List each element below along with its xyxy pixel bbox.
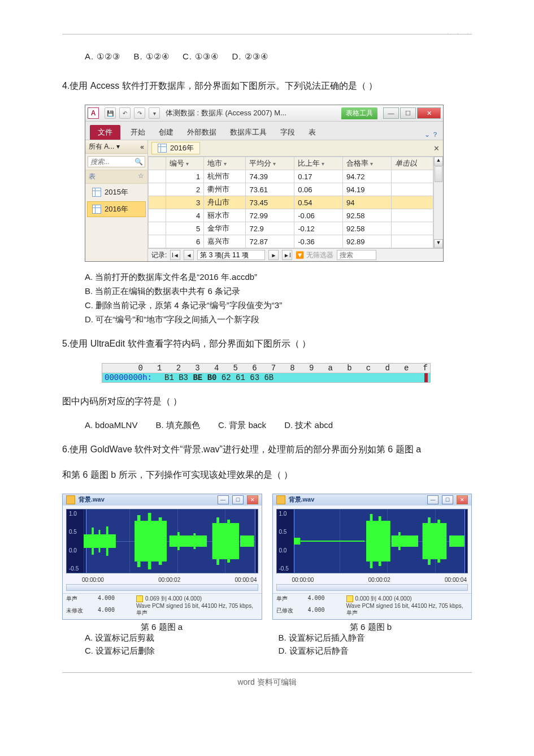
svg-rect-12 — [216, 517, 219, 565]
window-title: 体测数据 : 数据库 (Access 2007) M... — [160, 108, 341, 118]
nav-collapse-icon[interactable]: « — [140, 143, 144, 151]
redo-icon[interactable]: ↷ — [134, 107, 145, 119]
minimize-button[interactable]: — — [218, 495, 229, 504]
col-id[interactable]: 编号▾ — [166, 157, 204, 170]
q5-opt-a: A. bdoaMLNV — [85, 420, 137, 430]
q4-text: 4.使用 Access 软件打开数据库，部分界面如下图所示。下列说法正确的是（ … — [62, 77, 472, 94]
gw-scroll-thumb[interactable] — [67, 585, 258, 590]
object-tab-bar: 2016年 ✕ — [148, 140, 443, 157]
nav-item-2016[interactable]: 2016年 — [87, 201, 146, 217]
svg-rect-22 — [422, 523, 446, 559]
recnav-search-input[interactable] — [337, 250, 376, 260]
search-icon[interactable]: 🔍 — [132, 158, 145, 166]
vertical-scrollbar[interactable]: ▲ ▼ — [433, 157, 443, 248]
svg-rect-20 — [391, 535, 418, 547]
goldwave-app-icon — [276, 495, 285, 504]
filter-indicator[interactable]: 🔽 无筛选器 — [296, 250, 333, 260]
minimize-button[interactable]: — — [383, 107, 399, 119]
scroll-down-icon[interactable]: ▼ — [434, 239, 443, 248]
qat-dropdown-icon[interactable]: ▾ — [149, 107, 160, 119]
format-text: Wave PCM signed 16 bit, 44100 Hz, 705 kb… — [346, 603, 463, 616]
col-delta[interactable]: 比上年▾ — [294, 157, 343, 170]
tab-home[interactable]: 开始 — [127, 125, 149, 140]
tab-create[interactable]: 创建 — [155, 125, 177, 140]
opt-a: A. ①②③ — [85, 51, 120, 62]
row-selector-header[interactable] — [149, 157, 166, 170]
next-record-button[interactable]: ► — [268, 250, 279, 260]
ribbon-collapse-icon[interactable]: ⌄ ？ — [424, 130, 439, 140]
col-city[interactable]: 地市▾ — [204, 157, 246, 170]
close-button[interactable]: ✕ — [417, 107, 441, 119]
ultraedit-screenshot: 0 1 2 3 4 5 6 7 8 9 a b c d e f 00000000… — [102, 363, 431, 383]
modified-value: 4.000 — [308, 607, 342, 617]
object-tab[interactable]: 2016年 — [151, 142, 200, 154]
ribbon-tabs: 文件 开始 创建 外部数据 数据库工具 字段 表 ⌄ ？ — [85, 122, 443, 140]
sel-range: 0.000 到 4.000 (4.000) — [355, 595, 412, 602]
save-icon[interactable]: 💾 — [105, 107, 116, 119]
q5-opt-d: D. 技术 abcd — [284, 420, 333, 431]
nav-pane-header[interactable]: 所有 A... ▾ « — [85, 140, 147, 154]
close-button[interactable]: ✕ — [457, 495, 468, 504]
q5-opt-b: B. 填充颜色 — [156, 420, 200, 431]
waveform-area[interactable]: 1.00.50.0-0.5 — [66, 509, 258, 573]
nav-search[interactable]: 🔍 — [88, 156, 145, 167]
close-button[interactable]: ✕ — [247, 495, 258, 504]
q4-opt-d: D. 可在“编号”和“地市”字段之间插入一个新字段 — [85, 314, 472, 325]
footer-rule — [62, 672, 472, 673]
nav-group-chevron: ☆ — [138, 172, 144, 182]
ruler-gutter — [105, 364, 138, 373]
last-record-button[interactable]: ►I — [282, 250, 292, 260]
nav-search-input[interactable] — [88, 157, 132, 167]
access-body: 所有 A... ▾ « 🔍 表 ☆ 2015年 — [85, 140, 443, 261]
dot-decor: . . . — [447, 29, 472, 35]
nav-group-tables[interactable]: 表 ☆ — [85, 170, 147, 184]
gw-scrollbar[interactable] — [66, 584, 258, 591]
object-tab-close-icon[interactable]: ✕ — [433, 144, 440, 153]
minimize-button[interactable]: — — [427, 495, 439, 504]
mono-label: 单声 — [66, 595, 93, 605]
svg-rect-3 — [106, 526, 108, 556]
nav-item-2015[interactable]: 2015年 — [87, 184, 146, 200]
table-row-selected: 3舟山市73.450.5494 — [149, 196, 433, 209]
format-icon — [346, 595, 353, 602]
nav-item-label: 2015年 — [105, 187, 128, 197]
tab-external[interactable]: 外部数据 — [184, 125, 220, 140]
hex-seg-b: BE B0 — [193, 373, 216, 382]
svg-rect-8 — [170, 535, 207, 547]
prev-record-button[interactable]: ◄ — [184, 250, 194, 260]
tab-fields[interactable]: 字段 — [277, 125, 298, 140]
tab-dbtools[interactable]: 数据库工具 — [227, 125, 270, 140]
record-position-input[interactable] — [197, 250, 265, 260]
time-axis: 00:00:0000:00:0200:00:04 — [63, 577, 262, 584]
svg-rect-21 — [398, 532, 400, 550]
first-record-button[interactable]: I◄ — [170, 250, 180, 260]
col-add[interactable]: 单击以 — [391, 157, 433, 170]
gw-scrollbar[interactable] — [276, 584, 468, 591]
tab-table[interactable]: 表 — [305, 125, 319, 140]
q4-opt-a: A. 当前打开的数据库文件名是“2016 年.accdb” — [85, 272, 472, 283]
svg-rect-25 — [449, 535, 464, 547]
ruler-columns: 0 1 2 3 4 5 6 7 8 9 a b c d e f — [138, 364, 428, 373]
scroll-thumb[interactable] — [435, 166, 442, 182]
waveform-area[interactable]: 1.00.50.0-0.5 — [276, 509, 468, 573]
datasheet[interactable]: 编号▾ 地市▾ 平均分▾ 比上年▾ 合格率▾ 单击以 1杭 — [148, 157, 433, 248]
q5-options: A. bdoaMLNV B. 填充颜色 C. 背景 back D. 技术 abc… — [85, 420, 472, 431]
gw-scroll-thumb[interactable] — [277, 585, 468, 590]
maximize-button[interactable]: ☐ — [400, 107, 416, 119]
q4-opt-b: B. 当前正在编辑的数据表中共有 6 条记录 — [85, 286, 472, 297]
datasheet-body[interactable]: 1杭州市74.390.1794.72 2衢州市73.610.0694.19 3舟… — [149, 170, 433, 248]
tab-file[interactable]: 文件 — [90, 125, 120, 140]
opt-c: C. ①③④ — [183, 51, 219, 62]
goldwave-row: 背景.wav — ☐ ✕ 1.00.50.0-0.5 — [62, 494, 472, 620]
nav-item-label: 2016年 — [105, 204, 128, 214]
format-text: Wave PCM signed 16 bit, 44100 Hz, 705 kb… — [136, 603, 253, 616]
maximize-button[interactable]: ☐ — [442, 495, 453, 504]
col-pass[interactable]: 合格率▾ — [342, 157, 391, 170]
waveform-svg — [294, 509, 466, 573]
q6-opt-b: B. 设置标记后插入静音 — [279, 633, 472, 643]
col-avg[interactable]: 平均分▾ — [246, 157, 294, 170]
undo-icon[interactable]: ↶ — [119, 107, 131, 119]
maximize-button[interactable]: ☐ — [232, 495, 244, 504]
scroll-up-icon[interactable]: ▲ — [434, 157, 443, 166]
scroll-track[interactable] — [434, 183, 443, 239]
